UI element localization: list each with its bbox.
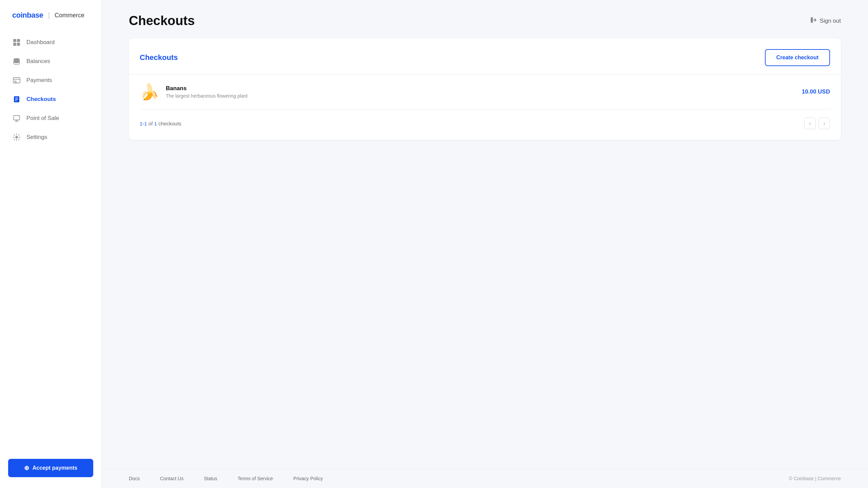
card-footer: 1-1 of 1 checkouts ‹ › (140, 109, 830, 129)
pagination-text: 1-1 of 1 checkouts (140, 121, 181, 126)
pagination-of: of (149, 121, 154, 126)
item-price: 10.00 USD (802, 88, 830, 95)
logo-coinbase: coinbase (12, 11, 43, 20)
page-header: Checkouts Sign out (102, 0, 868, 38)
accept-payments-label: Accept payments (33, 465, 78, 471)
sidebar-item-dashboard-label: Dashboard (26, 39, 55, 46)
sidebar-item-dashboard[interactable]: Dashboard (5, 33, 96, 52)
pagination-prev-button[interactable]: ‹ (804, 118, 816, 129)
item-info: Banans The largest herbaceous flowering … (166, 85, 802, 99)
pagination-range: 1-1 (140, 121, 147, 126)
sidebar-item-payments-label: Payments (26, 77, 52, 84)
checkout-item[interactable]: 🍌 Banans The largest herbaceous flowerin… (140, 75, 830, 109)
svg-rect-0 (13, 39, 16, 42)
page-footer: Docs Contact Us Status Terms of Service … (102, 469, 868, 488)
content-area: Checkouts Create checkout 🍌 Banans The l… (102, 38, 868, 469)
sidebar-item-checkouts[interactable]: Checkouts (5, 90, 96, 108)
sign-out-icon (810, 17, 817, 25)
dashboard-icon (12, 38, 21, 47)
sidebar-item-settings[interactable]: Settings (5, 128, 96, 146)
svg-point-16 (16, 136, 18, 138)
pagination-controls: ‹ › (804, 118, 830, 129)
sidebar-item-balances-label: Balances (26, 58, 50, 65)
sidebar: coinbase | Commerce Dashboard (0, 0, 102, 488)
svg-rect-1 (17, 39, 20, 42)
logo: coinbase | Commerce (0, 0, 101, 33)
item-emoji: 🍌 (140, 84, 159, 100)
page-title: Checkouts (129, 14, 195, 28)
footer-copyright: © Coinbase | Commerce (789, 476, 841, 481)
svg-rect-3 (17, 43, 20, 46)
card-header: Checkouts Create checkout (140, 49, 830, 66)
plus-icon: ⊕ (24, 464, 29, 472)
main-content: Checkouts Sign out Checkouts Create chec… (102, 0, 868, 488)
sign-out-button[interactable]: Sign out (810, 17, 841, 25)
footer-link-contact[interactable]: Contact Us (160, 476, 183, 481)
footer-link-tos[interactable]: Terms of Service (238, 476, 273, 481)
sidebar-item-balances[interactable]: Balances (5, 52, 96, 70)
payments-icon (12, 76, 21, 85)
logo-divider: | (48, 11, 50, 20)
card-title: Checkouts (140, 53, 178, 62)
logo-commerce: Commerce (55, 12, 84, 19)
pagination-next-button[interactable]: › (818, 118, 830, 129)
footer-links: Docs Contact Us Status Terms of Service … (129, 476, 323, 481)
settings-icon (12, 133, 21, 142)
pagination-total: 1 (154, 121, 157, 126)
item-description: The largest herbaceous flowering plant (166, 93, 802, 99)
svg-rect-2 (13, 43, 16, 46)
sidebar-nav: Dashboard Balances (0, 33, 101, 451)
sidebar-bottom: ⊕ Accept payments (0, 451, 101, 488)
accept-payments-button[interactable]: ⊕ Accept payments (8, 459, 93, 477)
sidebar-item-payments[interactable]: Payments (5, 71, 96, 89)
create-checkout-button[interactable]: Create checkout (765, 49, 830, 66)
sidebar-item-pos-label: Point of Sale (26, 115, 59, 122)
sign-out-label: Sign out (820, 18, 841, 24)
svg-rect-13 (14, 116, 20, 120)
sidebar-item-checkouts-label: Checkouts (26, 96, 56, 103)
checkouts-icon (12, 95, 21, 104)
footer-link-docs[interactable]: Docs (129, 476, 140, 481)
sidebar-item-settings-label: Settings (26, 134, 47, 141)
checkouts-card: Checkouts Create checkout 🍌 Banans The l… (129, 38, 841, 140)
pagination-label: checkouts (158, 121, 181, 126)
item-name: Banans (166, 85, 802, 92)
pos-icon (12, 114, 21, 123)
footer-link-privacy[interactable]: Privacy Policy (293, 476, 323, 481)
footer-link-status[interactable]: Status (204, 476, 217, 481)
balances-icon (12, 57, 21, 66)
sidebar-item-pos[interactable]: Point of Sale (5, 109, 96, 127)
